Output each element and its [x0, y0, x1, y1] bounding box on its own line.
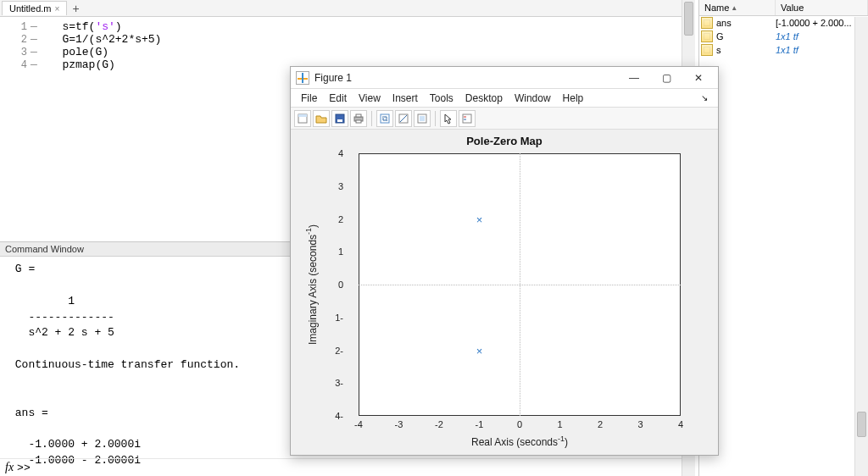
zoom-in-icon[interactable]: ⧉: [376, 110, 393, 127]
menu-tools[interactable]: Tools: [425, 91, 459, 106]
svg-text:⧉: ⧉: [382, 114, 388, 123]
workspace-scrollbar[interactable]: [854, 17, 868, 476]
menu-edit[interactable]: Edit: [324, 91, 352, 106]
editor-tab-label: Untitled.m: [9, 3, 52, 14]
x-tick: -3: [395, 419, 403, 429]
gridline-y0: [520, 153, 520, 416]
code-line[interactable]: 1— s=tf('s'): [0, 20, 695, 33]
code-text[interactable]: s=tf('s'): [42, 20, 122, 33]
variable-icon: [699, 44, 715, 56]
scrollbar-thumb[interactable]: [857, 412, 866, 437]
x-tick: -4: [354, 419, 363, 429]
save-icon[interactable]: [331, 110, 348, 127]
close-icon[interactable]: ×: [55, 4, 60, 14]
code-text[interactable]: pole(G): [42, 46, 108, 58]
new-figure-icon[interactable]: [294, 110, 311, 127]
line-number: 2: [0, 34, 31, 46]
pointer-icon[interactable]: [440, 110, 457, 127]
chart-title: Pole-Zero Map: [291, 135, 718, 147]
breakpoint-dash[interactable]: —: [31, 20, 42, 33]
svg-rect-13: [463, 114, 471, 123]
fx-icon: fx: [5, 461, 14, 474]
workspace-rows: ans[-1.0000 + 2.000...G1x1 tfs1x1 tf: [699, 16, 868, 57]
figure-client[interactable]: Pole-Zero Map Real Axis (seconds-1) Imag…: [291, 130, 718, 455]
command-prompt: >>: [17, 462, 31, 474]
toolbar-separator: [371, 111, 372, 126]
x-axis-label: Real Axis (seconds-1): [359, 434, 681, 448]
sort-asc-icon: ▲: [731, 4, 737, 12]
menu-desktop[interactable]: Desktop: [460, 91, 508, 106]
pole-marker[interactable]: ×: [476, 344, 483, 357]
breakpoint-dash[interactable]: —: [31, 58, 42, 71]
svg-rect-5: [356, 114, 361, 117]
variable-name: ans: [715, 18, 776, 28]
workspace-panel: Name▲ Value ans[-1.0000 + 2.000...G1x1 t…: [698, 0, 868, 476]
data-cursor-icon[interactable]: [414, 110, 431, 127]
svg-rect-6: [356, 120, 361, 123]
line-number: 4: [0, 59, 31, 71]
toolbar-separator: [435, 111, 436, 126]
print-icon[interactable]: [350, 110, 367, 127]
breakpoint-dash[interactable]: —: [31, 46, 42, 58]
line-number: 3: [0, 47, 31, 58]
variable-icon: [699, 30, 715, 42]
pole-marker[interactable]: ×: [476, 213, 483, 225]
code-text[interactable]: pzmap(G): [42, 58, 115, 71]
rotate-icon[interactable]: [395, 110, 412, 127]
menu-file[interactable]: File: [296, 91, 322, 106]
x-tick: 0: [517, 419, 522, 429]
svg-rect-1: [298, 114, 307, 117]
scrollbar-thumb[interactable]: [684, 2, 693, 36]
x-tick: 3: [637, 419, 643, 429]
open-icon[interactable]: [313, 110, 330, 127]
matlab-figure-icon: [296, 71, 309, 85]
variable-name: s: [715, 45, 776, 55]
command-prompt-row[interactable]: fx >>: [0, 458, 695, 476]
workspace-col-value[interactable]: Value: [776, 0, 868, 15]
figure-title: Figure 1: [314, 72, 620, 84]
svg-rect-3: [337, 119, 342, 122]
figure-toolbar: ⧉: [291, 108, 718, 130]
maximize-button[interactable]: ▢: [652, 69, 681, 86]
workspace-row[interactable]: s1x1 tf: [699, 43, 868, 57]
code-line[interactable]: 3— pole(G): [0, 46, 695, 58]
menu-insert[interactable]: Insert: [387, 91, 423, 106]
close-button[interactable]: ✕: [684, 69, 713, 86]
workspace-header: Name▲ Value: [699, 0, 868, 16]
figure-titlebar[interactable]: Figure 1 — ▢ ✕: [291, 67, 718, 89]
line-number: 1: [0, 21, 31, 33]
figure-menubar: FileEditViewInsertToolsDesktopWindowHelp…: [291, 89, 718, 108]
code-text[interactable]: G=1/(s^2+2*s+5): [42, 33, 161, 46]
workspace-col-name[interactable]: Name▲: [699, 0, 776, 15]
minimize-button[interactable]: —: [620, 69, 648, 86]
editor-tabbar: Untitled.m × +: [0, 0, 695, 17]
menu-view[interactable]: View: [353, 91, 386, 106]
x-tick: -1: [476, 419, 484, 429]
x-tick: -2: [435, 419, 443, 429]
menu-help[interactable]: Help: [558, 91, 589, 106]
menubar-overflow-icon[interactable]: ↘: [696, 91, 713, 104]
workspace-row[interactable]: G1x1 tf: [699, 30, 868, 43]
workspace-row[interactable]: ans[-1.0000 + 2.000...: [699, 16, 868, 30]
breakpoint-dash[interactable]: —: [31, 33, 42, 46]
code-line[interactable]: 2— G=1/(s^2+2*s+5): [0, 33, 695, 46]
x-tick: 2: [598, 419, 603, 429]
variable-name: G: [715, 31, 776, 42]
add-tab-button[interactable]: +: [67, 2, 84, 15]
svg-rect-12: [420, 116, 425, 121]
x-tick: 1: [557, 419, 562, 429]
editor-tab-untitled[interactable]: Untitled.m ×: [2, 1, 67, 15]
variable-icon: [699, 17, 715, 29]
figure-window[interactable]: Figure 1 — ▢ ✕ FileEditViewInsertToolsDe…: [290, 66, 719, 456]
x-tick: 4: [678, 419, 683, 429]
menu-window[interactable]: Window: [509, 91, 556, 106]
insert-legend-icon[interactable]: [459, 110, 476, 127]
y-axis-label: Imaginary Axis (seconds-1): [304, 153, 319, 416]
window-buttons: — ▢ ✕: [620, 69, 713, 86]
